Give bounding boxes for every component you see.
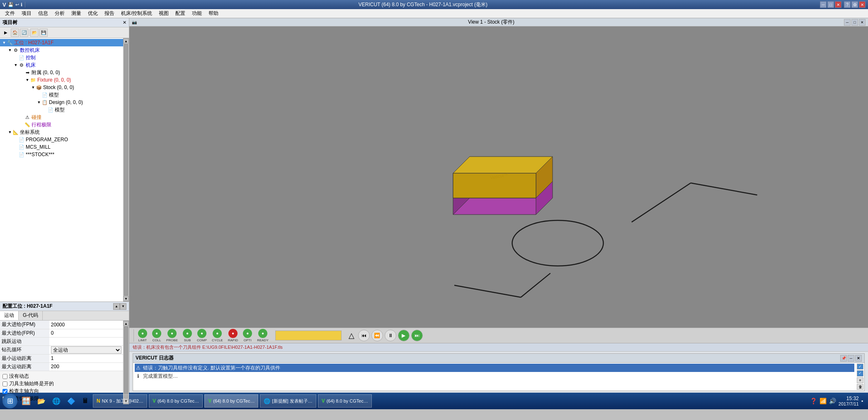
viewport-minimize[interactable]: ─	[844, 19, 851, 26]
props-checkbox-0[interactable]	[2, 374, 7, 379]
sim-btn-rapid[interactable]: ● RAPID	[226, 328, 240, 343]
props-scroll-thumb[interactable]	[124, 326, 128, 398]
log-action-clear[interactable]: 🗑	[857, 384, 863, 390]
scroll-thumb[interactable]	[124, 44, 128, 296]
maximize-button[interactable]: □	[827, 1, 834, 8]
log-btn-1[interactable]: 📌	[840, 355, 847, 362]
tree-node-machine[interactable]: ▼⚙机床	[0, 61, 123, 69]
tree-expand-fixture[interactable]: ▼	[25, 78, 30, 82]
sim-btn-cycle[interactable]: ● CYCLE	[210, 328, 225, 343]
menu-function[interactable]: 功能	[189, 9, 205, 18]
menu-measure[interactable]: 测量	[68, 9, 85, 18]
props-input-0[interactable]	[51, 322, 121, 328]
quick-access-info[interactable]: ℹ	[21, 2, 22, 7]
taskbar-icon-2[interactable]: 📂	[35, 397, 48, 405]
props-scroll-up[interactable]: ▲	[123, 321, 129, 326]
sim-btn-coll[interactable]: ● COLL	[150, 328, 163, 343]
tray-icon-network[interactable]: 📶	[820, 398, 827, 404]
taskbar-icon-5[interactable]: 🖩	[80, 397, 91, 405]
props-checkbox-2[interactable]	[2, 389, 7, 394]
play-button[interactable]: ▶	[398, 330, 410, 341]
log-action-check2[interactable]: ✓	[857, 370, 863, 376]
tree-expand-design[interactable]: ▼	[36, 100, 41, 104]
scroll-up[interactable]: ▲	[123, 39, 129, 43]
menu-project[interactable]: 项目	[18, 9, 35, 18]
tree-expand-machine[interactable]: ▼	[13, 63, 18, 67]
tray-icon-show-desktop[interactable]: ▪	[861, 398, 863, 404]
tree-node-coord[interactable]: ▼📐坐标系统	[0, 128, 123, 136]
props-input-5[interactable]	[51, 364, 121, 369]
viewport-close[interactable]: ✕	[859, 19, 866, 26]
tree-node-stock[interactable]: ▼📦Stock (0, 0, 0)	[0, 84, 123, 91]
sim-btn-probe[interactable]: ● PROBE	[165, 328, 179, 343]
close-button[interactable]: ✕	[835, 1, 841, 8]
close-button-2[interactable]: ✕	[859, 1, 866, 8]
menu-report[interactable]: 报告	[101, 9, 118, 18]
tree-node-prog_zero[interactable]: 📄PROGRAM_ZERO	[0, 136, 123, 143]
tree-btn-save[interactable]: 💾	[39, 29, 48, 37]
tree-node-workstation[interactable]: ▼🔧工位 : H027-1A1F	[0, 39, 123, 46]
tree-btn-open[interactable]: 📂	[30, 29, 39, 37]
tree-btn-play[interactable]: ▶	[2, 29, 10, 37]
rewind-button[interactable]: ⏮	[358, 330, 370, 341]
props-btn-collapse[interactable]: ▼	[120, 303, 126, 310]
settings-button[interactable]: ⚙	[851, 1, 858, 8]
menu-machine-control[interactable]: 机床/控制系统	[118, 9, 155, 18]
fast-forward-button[interactable]: ⏭	[411, 330, 423, 341]
tree-node-design[interactable]: ▼📋Design (0, 0, 0)	[0, 99, 123, 106]
menu-info[interactable]: 信息	[35, 9, 51, 18]
sim-btn-ready[interactable]: ● READY	[255, 328, 270, 343]
sim-btn-comp[interactable]: ● COMP	[195, 328, 209, 343]
tree-node-attach[interactable]: ➡附属 (0, 0, 0)	[0, 69, 123, 76]
start-button[interactable]: ⊞	[2, 393, 17, 408]
scroll-down[interactable]: ▼	[123, 296, 129, 301]
taskbar-item-v2[interactable]: V (64) 8.0 by CGTec…	[204, 394, 258, 408]
step-back-button[interactable]: ⏪	[371, 330, 383, 341]
taskbar-item-web[interactable]: 🌐 [新提醒] 发表帖子…	[260, 394, 316, 408]
quick-access-save[interactable]: 💾	[8, 2, 14, 7]
props-tab-gcode[interactable]: G-代码	[19, 311, 43, 320]
log-action-filter[interactable]: ≡	[857, 377, 863, 383]
sim-btn-opti[interactable]: ● OPTI	[241, 328, 254, 343]
pause-button[interactable]: ⏸	[385, 330, 396, 341]
tree-node-cnc[interactable]: ▼⚙数控机床	[0, 46, 123, 54]
taskbar-item-v1[interactable]: V (64) 8.0 by CGTec…	[149, 394, 203, 408]
tree-btn-home[interactable]: 🏠	[11, 29, 19, 37]
props-select-drill[interactable]: 全运动	[51, 346, 121, 354]
taskbar-item-nx[interactable]: N NX 9 - 加工 - [H02…	[93, 394, 147, 408]
menu-config[interactable]: 配置	[172, 9, 189, 18]
log-btn-2[interactable]: ─	[848, 355, 854, 362]
props-tab-motion[interactable]: 运动	[0, 311, 19, 320]
taskbar-item-v3[interactable]: V (64) 8.0 by CGTec…	[318, 394, 372, 408]
props-input-4[interactable]	[51, 355, 121, 361]
menu-help[interactable]: 帮助	[205, 9, 222, 18]
sim-btn-limit[interactable]: ● LIMIT	[136, 328, 149, 343]
tree-scrollbar[interactable]: ▲ ▼	[123, 38, 129, 302]
props-checkbox-1[interactable]	[2, 381, 7, 386]
menu-file[interactable]: 文件	[2, 9, 18, 18]
sim-btn-sub[interactable]: ● SUB	[181, 328, 194, 343]
taskbar-icon-1[interactable]: 🪟	[19, 396, 33, 406]
props-btn-expand[interactable]: ▲	[113, 303, 120, 310]
menu-optimize[interactable]: 优化	[85, 9, 101, 18]
log-action-check[interactable]: ✓	[857, 364, 863, 369]
scene-3d[interactable]: Vericut™	[129, 27, 868, 327]
menu-analyze[interactable]: 分析	[51, 9, 68, 18]
minimize-button[interactable]: ─	[820, 1, 827, 8]
tree-expand-cnc[interactable]: ▼	[7, 48, 12, 52]
tree-node-stock_ref[interactable]: 📄***STOCK***	[0, 151, 123, 158]
props-input-1[interactable]	[51, 330, 121, 336]
tray-icon-help[interactable]: ❓	[810, 398, 817, 404]
tree-node-fixture[interactable]: ▼📁Fixture (0, 0, 0)	[0, 76, 123, 84]
project-tree-close[interactable]: ✕	[123, 20, 126, 25]
props-input-2[interactable]	[51, 338, 121, 344]
log-btn-3[interactable]: ✕	[855, 355, 862, 362]
tree-node-mcs_mill[interactable]: 📄MCS_MILL	[0, 143, 123, 151]
tree-btn-refresh[interactable]: 🔄	[20, 29, 28, 37]
menu-view[interactable]: 视图	[155, 9, 172, 18]
taskbar-icon-4[interactable]: 🔷	[65, 397, 78, 405]
quick-access-back[interactable]: ↩	[15, 2, 19, 7]
tree-node-model1[interactable]: 📄模型	[0, 91, 123, 99]
tree-node-control[interactable]: 📄控制	[0, 54, 123, 61]
taskbar-icon-3[interactable]: 🌐	[50, 397, 63, 405]
